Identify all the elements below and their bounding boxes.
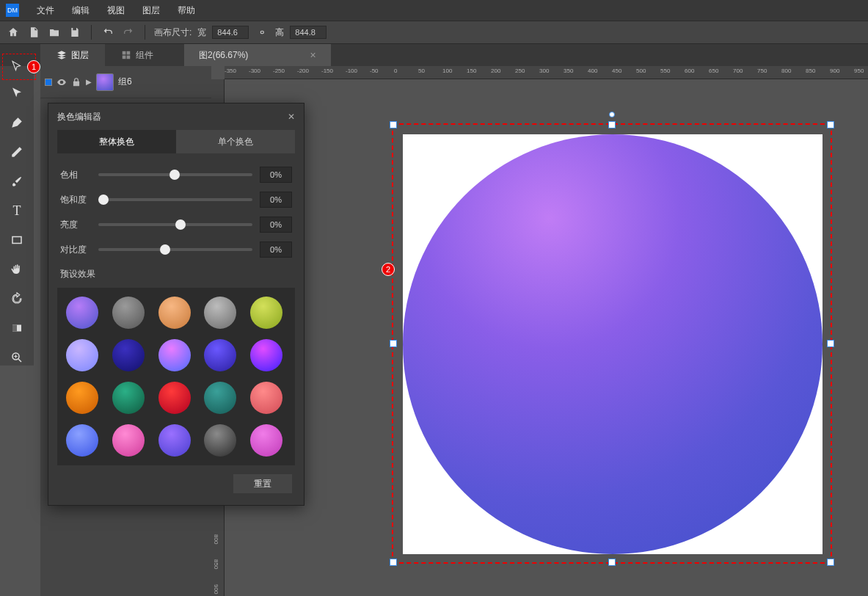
tab-components-label: 组件 [136, 49, 153, 62]
pen-tool[interactable] [9, 115, 25, 131]
slider-thumb[interactable] [98, 195, 109, 205]
resize-handle-bm[interactable] [608, 559, 616, 566]
close-icon[interactable]: ✕ [288, 112, 295, 122]
resize-handle-bl[interactable] [390, 559, 397, 566]
reset-button[interactable]: 重置 [233, 474, 292, 493]
svg-rect-2 [123, 56, 126, 59]
tool-strip: T [0, 66, 34, 366]
save-icon[interactable] [68, 25, 82, 40]
slider-value[interactable]: 0% [260, 217, 292, 233]
redo-icon[interactable] [121, 25, 136, 40]
preset-swatch-1[interactable] [112, 297, 145, 329]
preset-swatch-17[interactable] [158, 424, 191, 457]
home-icon[interactable] [6, 25, 21, 40]
slider-label: 色相 [60, 169, 91, 181]
slider-track[interactable] [98, 248, 252, 251]
slider-label: 对比度 [60, 244, 91, 256]
svg-rect-3 [127, 56, 131, 59]
slider-track[interactable] [98, 173, 252, 176]
preset-swatch-13[interactable] [204, 382, 236, 414]
resize-handle-tm[interactable] [608, 121, 616, 128]
slider-value[interactable]: 0% [260, 167, 292, 183]
height-input[interactable]: 844.8 [290, 26, 327, 39]
slider-label: 饱和度 [60, 194, 91, 206]
slider-thumb[interactable] [160, 244, 170, 255]
slider-value[interactable]: 0% [260, 241, 292, 258]
preset-swatch-9[interactable] [250, 339, 282, 371]
slider-track[interactable] [98, 198, 252, 201]
close-tab-icon[interactable]: × [310, 49, 316, 61]
preset-swatch-7[interactable] [158, 339, 191, 371]
menu-help[interactable]: 帮助 [169, 4, 204, 17]
preset-grid [57, 288, 295, 465]
rotation-handle[interactable] [609, 112, 615, 117]
brush-tool[interactable] [9, 173, 25, 189]
preset-swatch-4[interactable] [250, 297, 282, 329]
preset-swatch-19[interactable] [250, 424, 282, 457]
slider-row-2: 亮度 0% [48, 212, 304, 237]
undo-icon[interactable] [101, 25, 115, 40]
selection-bounds [392, 123, 832, 564]
preset-swatch-5[interactable] [66, 339, 98, 371]
canvas-viewport[interactable]: 2 [225, 79, 868, 596]
text-tool[interactable]: T [9, 203, 25, 219]
lock-icon[interactable] [71, 77, 81, 87]
menu-layer[interactable]: 图层 [134, 4, 169, 17]
layer-select-checkbox[interactable] [45, 79, 52, 86]
new-doc-icon[interactable] [26, 25, 41, 40]
layer-name[interactable]: 组6 [118, 76, 132, 88]
toolbar: 画布尺寸: 宽 844.6 高 844.8 [0, 21, 868, 44]
app-logo: DM [6, 4, 19, 17]
expand-arrow-icon[interactable]: ▶ [86, 78, 92, 86]
panel-tab-bar: 图层 组件 图2(66.67%) × [0, 44, 868, 66]
ruler-horizontal: -350-300-250-200-150-100-500501001502002… [225, 66, 868, 79]
preset-swatch-8[interactable] [204, 339, 236, 371]
move-tool[interactable] [9, 85, 25, 101]
preset-swatch-3[interactable] [204, 297, 236, 329]
hand-tool[interactable] [9, 261, 25, 277]
slider-row-0: 色相 0% [48, 162, 304, 187]
resize-handle-mr[interactable] [827, 340, 834, 347]
presets-label: 预设效果 [48, 262, 304, 283]
resize-handle-ml[interactable] [390, 340, 397, 347]
slider-row-1: 饱和度 0% [48, 187, 304, 212]
preset-swatch-6[interactable] [112, 339, 145, 371]
link-dimensions-icon[interactable] [255, 25, 269, 40]
preset-swatch-10[interactable] [66, 382, 98, 414]
preset-swatch-14[interactable] [250, 382, 282, 414]
open-icon[interactable] [47, 25, 62, 40]
resize-handle-tl[interactable] [390, 121, 397, 128]
slider-value[interactable]: 0% [260, 192, 292, 208]
gradient-tool[interactable] [9, 320, 25, 336]
rotate-tool[interactable] [9, 291, 25, 307]
pencil-tool[interactable] [9, 144, 25, 160]
tab-global-color[interactable]: 整体换色 [57, 130, 176, 153]
slider-thumb[interactable] [169, 170, 180, 180]
menu-file[interactable]: 文件 [28, 4, 63, 17]
annotation-marker-2: 2 [382, 263, 395, 276]
preset-swatch-18[interactable] [204, 424, 236, 457]
preset-swatch-12[interactable] [158, 382, 191, 414]
layer-row[interactable]: ▶ 组6 [40, 66, 211, 98]
preset-swatch-16[interactable] [112, 424, 145, 457]
preset-swatch-2[interactable] [158, 297, 191, 329]
tab-components[interactable]: 组件 [105, 44, 169, 66]
preset-swatch-0[interactable] [66, 297, 98, 329]
tab-layers[interactable]: 图层 [40, 44, 105, 66]
tab-single-color[interactable]: 单个换色 [176, 130, 295, 153]
resize-handle-tr[interactable] [827, 121, 834, 128]
slider-track[interactable] [98, 223, 252, 226]
slider-thumb[interactable] [175, 219, 186, 230]
svg-rect-0 [123, 51, 126, 55]
zoom-tool[interactable] [9, 349, 25, 366]
document-tab[interactable]: 图2(66.67%) × [184, 44, 331, 66]
visibility-icon[interactable] [56, 77, 67, 87]
menu-edit[interactable]: 编辑 [63, 4, 98, 17]
resize-handle-br[interactable] [827, 559, 834, 566]
preset-swatch-11[interactable] [112, 382, 145, 414]
layer-thumbnail [96, 73, 114, 91]
preset-swatch-15[interactable] [66, 424, 98, 457]
rectangle-tool[interactable] [9, 232, 25, 248]
width-input[interactable]: 844.6 [212, 26, 249, 39]
menu-view[interactable]: 视图 [98, 4, 134, 17]
